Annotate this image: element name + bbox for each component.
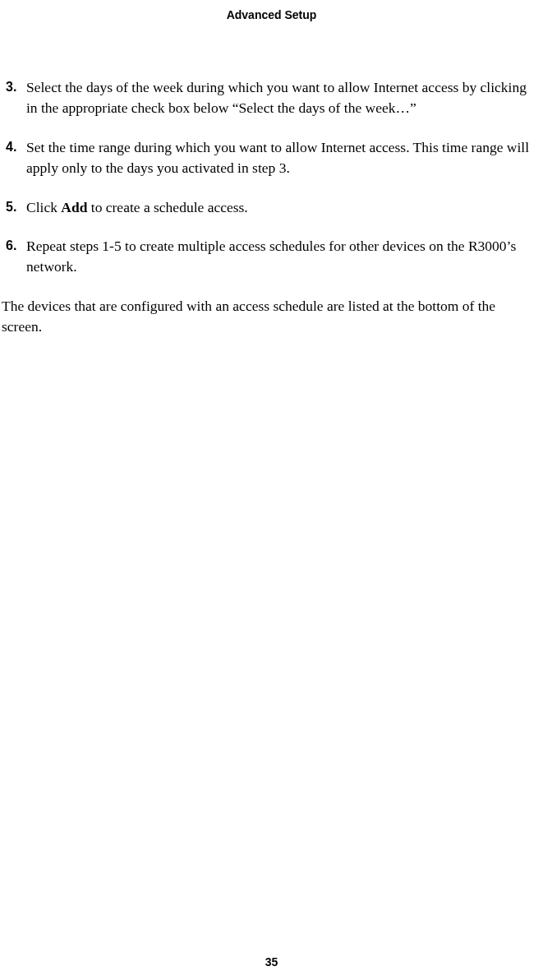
step-number: 6. bbox=[2, 236, 26, 278]
closing-paragraph: The devices that are configured with an … bbox=[2, 296, 533, 338]
step-text: Select the days of the week during which… bbox=[26, 77, 533, 119]
page-number: 35 bbox=[0, 955, 543, 968]
step-text: Set the time range during which you want… bbox=[26, 137, 533, 179]
step-4: 4. Set the time range during which you w… bbox=[2, 137, 533, 179]
step-6: 6. Repeat steps 1-5 to create multiple a… bbox=[2, 236, 533, 278]
page-content: 3. Select the days of the week during wh… bbox=[0, 21, 543, 337]
step-number: 4. bbox=[2, 137, 26, 179]
step-3: 3. Select the days of the week during wh… bbox=[2, 77, 533, 119]
step-number: 3. bbox=[2, 77, 26, 119]
step-text: Repeat steps 1-5 to create multiple acce… bbox=[26, 236, 533, 278]
step-text: Click Add to create a schedule access. bbox=[26, 197, 533, 218]
step-5: 5. Click Add to create a schedule access… bbox=[2, 197, 533, 218]
page-header-title: Advanced Setup bbox=[0, 0, 543, 21]
step-number: 5. bbox=[2, 197, 26, 218]
